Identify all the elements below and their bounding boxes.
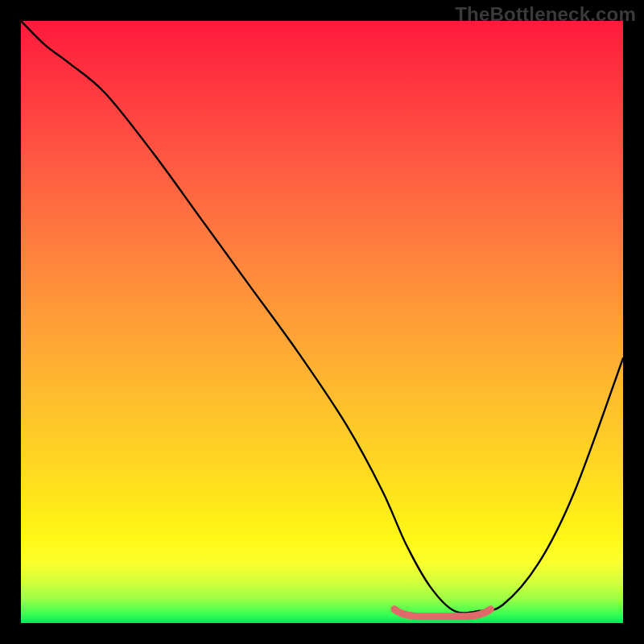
chart-plot-area	[21, 21, 623, 623]
watermark-text: TheBottleneck.com	[455, 3, 636, 26]
chart-frame: TheBottleneck.com	[0, 0, 644, 644]
optimal-range-marker	[394, 609, 491, 617]
bottleneck-curve	[21, 21, 623, 613]
chart-svg	[21, 21, 623, 623]
